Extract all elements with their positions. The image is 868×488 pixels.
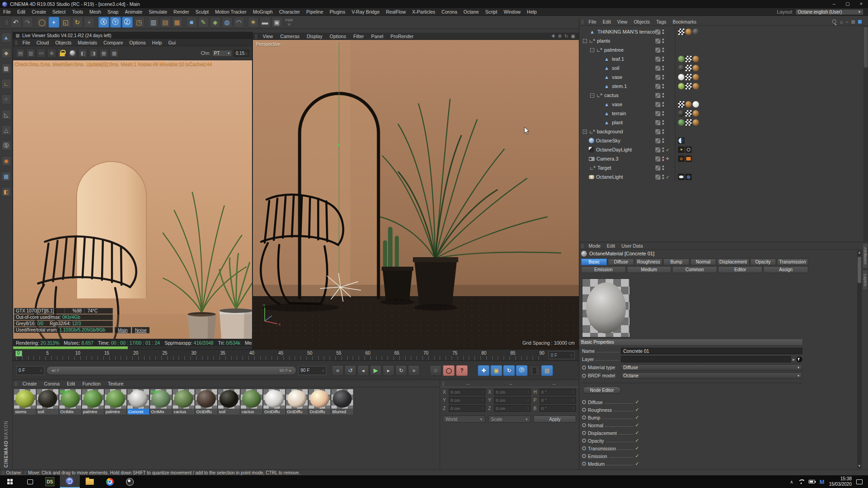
autokey-button[interactable]: ◯	[443, 365, 455, 376]
object-tree-row[interactable]: OctaneSky	[579, 136, 868, 145]
layout-dropdown[interactable]: Octane english (User)▼	[795, 9, 863, 15]
visibility-dots[interactable]	[662, 93, 664, 98]
material-item[interactable]: MIXOctMix	[150, 389, 172, 415]
object-tree-row[interactable]: −∟⁰plants	[579, 36, 868, 45]
apply-button[interactable]: Apply	[533, 415, 576, 423]
om-scrollbar[interactable]	[863, 26, 868, 242]
om-menu-tags[interactable]: Tags	[653, 19, 669, 24]
taskbar-cinema4d[interactable]	[60, 475, 80, 488]
redo-icon[interactable]: ↷	[22, 17, 33, 28]
object-tree-row[interactable]: ▲stem.1	[579, 82, 868, 91]
texture-tag-icon[interactable]	[678, 56, 684, 62]
lv-menu-objects[interactable]: Objects	[52, 40, 75, 45]
minimize-button[interactable]: –	[827, 0, 841, 8]
layer-color-swatch[interactable]	[655, 93, 660, 98]
points-mode-icon[interactable]: ⁘	[1, 94, 11, 104]
object-tree-row[interactable]: ▲vase	[579, 100, 868, 109]
collapse-icon[interactable]: −	[590, 93, 594, 98]
material-item[interactable]: OctDiffu	[309, 389, 330, 415]
lv-denoise-icon[interactable]: ▩	[110, 49, 119, 58]
object-name[interactable]: vase	[612, 74, 622, 80]
scale-tool-icon[interactable]: ◱	[60, 17, 71, 28]
minus-icon[interactable]: −	[845, 19, 848, 24]
channel-radio-icon[interactable]	[582, 431, 586, 435]
menu-octane[interactable]: Octane	[461, 9, 482, 15]
render-queue-icon[interactable]: ▦	[172, 17, 183, 28]
layer-color-swatch[interactable]	[655, 147, 660, 152]
channel-check-icon[interactable]: ✓	[635, 445, 639, 451]
side-tab-layers[interactable]: Layers	[862, 270, 868, 290]
simulate-icon[interactable]: ◠	[233, 17, 244, 28]
rotate-tool-icon[interactable]: ↻	[72, 17, 83, 28]
object-tree-row[interactable]: ▲terrain	[579, 109, 868, 118]
visibility-dots[interactable]	[662, 75, 664, 79]
camera-icon[interactable]: ▣	[272, 17, 282, 28]
material-preview[interactable]	[582, 278, 630, 337]
object-name[interactable]: OctaneDayLight	[596, 147, 632, 152]
uvw-tag-icon[interactable]	[685, 83, 692, 89]
object-tree-row[interactable]: ▲plant	[579, 118, 868, 127]
close-button[interactable]: ×	[854, 0, 868, 8]
mat-menu-create[interactable]: Create	[19, 381, 41, 386]
lock-z-axis-icon[interactable]: Ⓩ	[122, 17, 133, 28]
brdf-radio-icon[interactable]	[582, 374, 586, 378]
material-tag-icon[interactable]	[693, 56, 699, 62]
texture-tag-icon[interactable]	[678, 74, 684, 80]
fire-preset-icon[interactable]: ◉	[1, 156, 11, 166]
vp-menu-handle[interactable]: ⣿	[253, 34, 259, 39]
keyframe-presets-button[interactable]: ▤	[541, 365, 553, 376]
channel-radio-icon[interactable]	[582, 408, 586, 412]
visibility-dots[interactable]	[662, 29, 664, 34]
last-tool-icon[interactable]: +	[84, 17, 95, 28]
tab-emission[interactable]: Emission	[581, 266, 626, 273]
goto-end-button[interactable]: »	[408, 365, 420, 376]
menu-plugins[interactable]: Plugins	[326, 9, 348, 15]
search-icon[interactable]	[832, 19, 837, 24]
coord-value-field[interactable]: 0 cm↕	[449, 405, 485, 412]
menu-x-particles[interactable]: X-Particles	[409, 9, 438, 15]
object-tree-row[interactable]: Camera.3✛⊘	[579, 154, 868, 163]
lv-menu-file[interactable]: File	[19, 40, 34, 45]
mat-menu-function[interactable]: Function	[79, 381, 104, 386]
object-tree-row[interactable]: −∟⁰palmtree	[579, 45, 868, 54]
object-name[interactable]: cactus	[604, 93, 619, 98]
viewport-canvas[interactable]: Perspective Grid Spacing : 10000 cm Y X	[253, 40, 579, 349]
menu-character[interactable]: Character	[276, 9, 303, 15]
vp-menu-prorender[interactable]: ProRender	[387, 34, 417, 39]
volume-icon[interactable]: ◍	[222, 17, 233, 28]
material-item[interactable]: OctDiffu	[286, 389, 308, 415]
material-item[interactable]: cactus	[173, 389, 194, 415]
object-name[interactable]: OctaneLight	[596, 174, 623, 180]
workplane-mode-icon[interactable]: ∟	[1, 79, 11, 89]
sample-value-field[interactable]: 0.15↕	[234, 50, 249, 57]
end-frame-field[interactable]: 90 F↕	[298, 366, 326, 375]
coord-space-dropdown[interactable]: World▼	[443, 415, 485, 423]
layer-color-swatch[interactable]	[655, 75, 660, 80]
tab-basic[interactable]: Basic	[581, 259, 607, 265]
channel-check-icon[interactable]: ✓	[635, 461, 639, 467]
object-name[interactable]: OctaneSky	[596, 138, 621, 143]
object-name[interactable]: Target	[597, 165, 611, 171]
channel-check-icon[interactable]: ✓	[635, 453, 639, 459]
object-name[interactable]: vase	[612, 102, 622, 107]
layer-picker-arrow[interactable]: ▸	[792, 356, 795, 362]
restriction-tag-icon[interactable]: ⊘	[678, 156, 684, 162]
menu-mograph[interactable]: MoGraph	[250, 9, 276, 15]
material-tag-icon[interactable]	[693, 110, 699, 117]
visibility-dots[interactable]	[662, 129, 664, 134]
timeline-ruler[interactable]: 0 F↕ 05101520253035404550556065707580859…	[13, 349, 579, 361]
vp-menu-display[interactable]: Display	[303, 34, 326, 39]
zoom-view-icon[interactable]: ⊕	[558, 34, 562, 39]
model-mode-icon[interactable]: ◆	[1, 48, 11, 58]
menu-edit[interactable]: Edit	[14, 9, 29, 15]
menu-animate[interactable]: Animate	[121, 9, 145, 15]
visibility-dots[interactable]	[662, 48, 664, 52]
menu-v-ray-bridge[interactable]: V-Ray Bridge	[349, 9, 383, 15]
lv-region-icon[interactable]: ▭	[37, 49, 46, 58]
object-name[interactable]: stem.1	[612, 83, 627, 89]
key-pla-button[interactable]: ⣿	[529, 365, 540, 376]
am-menu-edit[interactable]: Edit	[604, 243, 618, 249]
menu-sculpt[interactable]: Sculpt	[192, 9, 212, 15]
filter-icon[interactable]: ⊞	[851, 19, 855, 25]
keyframe-help-button[interactable]: ?	[456, 365, 468, 376]
